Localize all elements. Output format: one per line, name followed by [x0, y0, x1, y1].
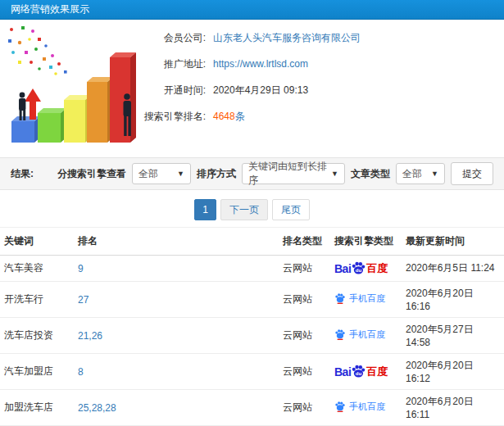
- results-table: 关键词 排名 排名类型 搜索引擎类型 最新更新时间 汽车美容9云网站Bai du…: [0, 227, 504, 426]
- last-page-button[interactable]: 尾页: [272, 199, 310, 220]
- rank-count: 4648: [213, 111, 235, 122]
- table-row: 汽车美容9云网站Bai du 百度2020年6月5日 11:24: [0, 256, 504, 282]
- rank-cell[interactable]: 8: [74, 354, 279, 390]
- col-keyword: 关键词: [0, 228, 74, 256]
- col-rank-type: 排名类型: [279, 228, 330, 256]
- table-row: 汽车加盟店8云网站Bai du 百度2020年6月20日 16:12: [0, 354, 504, 390]
- member-company-label: 会员公司:: [143, 31, 206, 45]
- promo-url-link[interactable]: https://www.lrtlsd.com: [213, 58, 308, 70]
- updated-cell: 2020年6月20日 16:12: [402, 354, 504, 390]
- engine-cell: 手机百度: [330, 318, 402, 354]
- filter-controls: 分搜索引擎查看 全部 ▼ 排序方式 关键词由短到长排序 ▼ 文章类型 全部 ▼ …: [57, 162, 493, 185]
- rank-cell[interactable]: 25,28,28: [74, 390, 279, 426]
- updated-cell: 2020年6月5日 11:24: [402, 256, 504, 282]
- baidu-paw-icon: [334, 401, 346, 412]
- svg-text:du: du: [356, 267, 362, 273]
- mobile-baidu-logo: 手机百度: [334, 329, 385, 341]
- keyword-cell: 开洗车行: [0, 282, 74, 318]
- engine-filter-value: 全部: [138, 167, 158, 181]
- confetti-dots: [8, 26, 67, 75]
- keyword-cell: 汽车美容: [0, 256, 74, 282]
- engine-rank-value: 4648条: [213, 110, 245, 124]
- table-row: 加盟洗车店25,28,28云网站 手机百度2020年6月20日 16:11: [0, 390, 504, 426]
- chevron-down-icon: ▼: [177, 170, 184, 178]
- rank-type-cell: 云网站: [279, 256, 330, 282]
- rank-type-cell: 云网站: [279, 390, 330, 426]
- sort-value: 关键词由短到长排序: [248, 160, 328, 188]
- engine-cell: 手机百度: [330, 282, 402, 318]
- person-left: [19, 93, 25, 120]
- sort-select[interactable]: 关键词由短到长排序 ▼: [242, 163, 345, 184]
- updated-cell: 2020年6月20日 16:11: [402, 390, 504, 426]
- chevron-down-icon: ▼: [331, 170, 338, 178]
- rank-type-cell: 云网站: [279, 282, 330, 318]
- rank-cell[interactable]: 27: [74, 282, 279, 318]
- keyword-cell: 洗车店投资: [0, 318, 74, 354]
- page-title: 网络营销效果展示: [11, 2, 89, 16]
- engine-filter-label: 分搜索引擎查看: [57, 167, 126, 181]
- engine-cell: Bai du 百度: [330, 354, 402, 390]
- engine-cell: 手机百度: [330, 390, 402, 426]
- baidu-logo: Bai du 百度: [334, 261, 388, 276]
- open-time-row: 开通时间: 2020年4月29日 09:13: [143, 84, 504, 97]
- article-type-label: 文章类型: [351, 167, 390, 181]
- account-info: 会员公司: 山东老人头汽车服务咨询有限公司 推广地址: https://www.…: [143, 20, 504, 157]
- open-time-label: 开通时间:: [143, 84, 206, 97]
- table-header-row: 关键词 排名 排名类型 搜索引擎类型 最新更新时间: [0, 228, 504, 256]
- engine-rank-label: 搜索引擎排名:: [143, 110, 206, 124]
- summary-section: 会员公司: 山东老人头汽车服务咨询有限公司 推广地址: https://www.…: [0, 20, 504, 157]
- open-time-value: 2020年4月29日 09:13: [213, 84, 308, 97]
- submit-button[interactable]: 提交: [451, 162, 493, 185]
- table-row: 开洗车行27云网站 手机百度2020年6月20日 16:16: [0, 282, 504, 318]
- results-table-body: 汽车美容9云网站Bai du 百度2020年6月5日 11:24开洗车行27云网…: [0, 256, 504, 426]
- bar-chart-illustration: [0, 20, 143, 157]
- filter-bar: 结果: 分搜索引擎查看 全部 ▼ 排序方式 关键词由短到长排序 ▼ 文章类型 全…: [0, 157, 504, 190]
- next-page-button[interactable]: 下一页: [220, 199, 268, 220]
- rank-cell[interactable]: 9: [74, 256, 279, 282]
- mobile-baidu-logo: 手机百度: [334, 401, 385, 413]
- keyword-cell: 汽车加盟店: [0, 354, 74, 390]
- keyword-cell: 加盟洗车店: [0, 390, 74, 426]
- engine-rank-row: 搜索引擎排名: 4648条: [143, 110, 504, 124]
- mobile-baidu-logo: 手机百度: [334, 292, 385, 305]
- updated-cell: 2020年6月20日 16:16: [402, 282, 504, 318]
- svg-text:du: du: [356, 370, 362, 376]
- baidu-paw-icon: [334, 292, 346, 304]
- promo-url-label: 推广地址:: [143, 57, 206, 71]
- rank-type-cell: 云网站: [279, 354, 330, 390]
- rank-type-cell: 云网站: [279, 318, 330, 354]
- baidu-paw-icon: [334, 329, 346, 340]
- member-company-row: 会员公司: 山东老人头汽车服务咨询有限公司: [143, 31, 504, 45]
- col-updated: 最新更新时间: [402, 228, 504, 256]
- rank-unit[interactable]: 条: [235, 111, 245, 122]
- col-engine-type: 搜索引擎类型: [330, 228, 402, 256]
- promo-url-row: 推广地址: https://www.lrtlsd.com: [143, 57, 504, 71]
- bar-chart-graphic: [0, 20, 143, 157]
- chevron-down-icon: ▼: [431, 170, 438, 178]
- title-bar: 网络营销效果展示: [0, 0, 504, 20]
- sort-label: 排序方式: [197, 167, 236, 181]
- pagination: 1 下一页 尾页: [0, 199, 504, 220]
- baidu-paw-icon: du: [351, 364, 366, 379]
- baidu-logo: Bai du 百度: [334, 364, 388, 379]
- article-type-select[interactable]: 全部 ▼: [396, 163, 445, 184]
- table-row: 洗车店投资21,26云网站 手机百度2020年5月27日 14:58: [0, 318, 504, 354]
- engine-cell: Bai du 百度: [330, 256, 402, 282]
- col-rank: 排名: [74, 228, 279, 256]
- rank-cell[interactable]: 21,26: [74, 318, 279, 354]
- updated-cell: 2020年5月27日 14:58: [402, 318, 504, 354]
- page-button-current[interactable]: 1: [194, 199, 216, 220]
- baidu-paw-icon: du: [351, 261, 366, 276]
- engine-filter-select[interactable]: 全部 ▼: [132, 163, 191, 184]
- article-type-value: 全部: [402, 167, 422, 181]
- result-label: 结果:: [11, 167, 34, 181]
- member-company-link[interactable]: 山东老人头汽车服务咨询有限公司: [213, 31, 361, 45]
